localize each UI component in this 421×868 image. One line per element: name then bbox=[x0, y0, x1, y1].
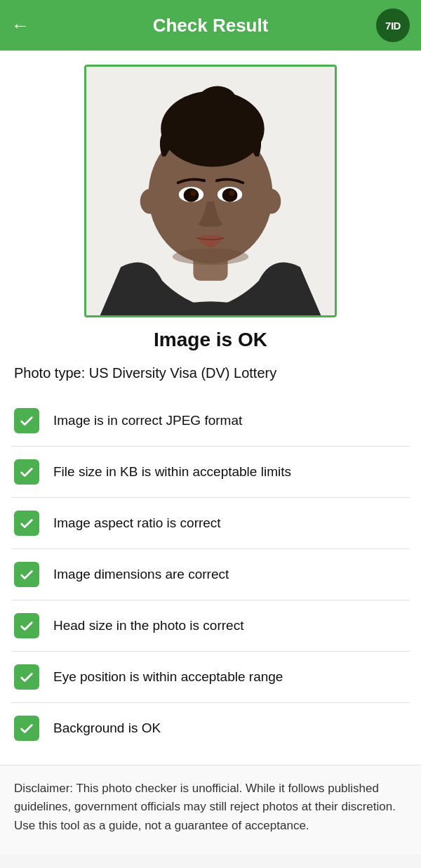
check-icon-2 bbox=[14, 459, 39, 485]
svg-point-11 bbox=[184, 188, 199, 202]
check-item-5: Head size in the photo is correct bbox=[11, 600, 410, 652]
check-item-3: Image aspect ratio is correct bbox=[11, 498, 410, 549]
svg-point-15 bbox=[173, 249, 248, 265]
passport-photo bbox=[86, 67, 335, 315]
check-text-1: Image is in correct JPEG format bbox=[53, 413, 242, 428]
svg-point-14 bbox=[229, 190, 235, 196]
check-item-7: Background is OK bbox=[11, 703, 410, 754]
check-item-1: Image is in correct JPEG format bbox=[11, 395, 410, 447]
app-header: ← Check Result 7ID bbox=[0, 0, 421, 51]
check-text-7: Background is OK bbox=[53, 721, 161, 736]
back-button[interactable]: ← bbox=[11, 16, 29, 34]
check-text-6: Eye position is within acceptable range bbox=[53, 669, 283, 685]
check-text-4: Image dimensions are correct bbox=[53, 567, 229, 582]
check-item-4: Image dimensions are correct bbox=[11, 549, 410, 600]
photo-frame bbox=[84, 65, 337, 317]
disclaimer-text: Disclaimer: This photo checker is unoffi… bbox=[14, 780, 407, 835]
check-icon-3 bbox=[14, 511, 39, 536]
svg-point-6 bbox=[198, 86, 236, 117]
svg-point-12 bbox=[222, 188, 238, 202]
disclaimer-box: Disclaimer: This photo checker is unoffi… bbox=[0, 765, 421, 855]
check-text-3: Image aspect ratio is correct bbox=[53, 515, 221, 531]
svg-point-13 bbox=[190, 190, 196, 196]
check-text-5: Head size in the photo is correct bbox=[53, 618, 243, 633]
check-icon-4 bbox=[14, 562, 39, 587]
svg-point-7 bbox=[140, 189, 160, 213]
check-icon-5 bbox=[14, 613, 39, 638]
photo-type-label: Photo type: US Diversity Visa (DV) Lotte… bbox=[11, 365, 410, 381]
page-title: Check Result bbox=[153, 15, 269, 37]
check-item-6: Eye position is within acceptable range bbox=[11, 652, 410, 703]
status-title: Image is OK bbox=[11, 329, 410, 351]
check-list: Image is in correct JPEG format File siz… bbox=[11, 395, 410, 754]
check-text-2: File size in KB is within acceptable lim… bbox=[53, 464, 291, 480]
check-icon-6 bbox=[14, 664, 39, 690]
photo-container bbox=[11, 65, 410, 317]
check-icon-1 bbox=[14, 408, 39, 433]
check-icon-7 bbox=[14, 716, 39, 741]
svg-point-8 bbox=[262, 189, 281, 213]
app-logo: 7ID bbox=[376, 8, 410, 42]
check-item-2: File size in KB is within acceptable lim… bbox=[11, 447, 410, 498]
main-content: Image is OK Photo type: US Diversity Vis… bbox=[0, 51, 421, 855]
